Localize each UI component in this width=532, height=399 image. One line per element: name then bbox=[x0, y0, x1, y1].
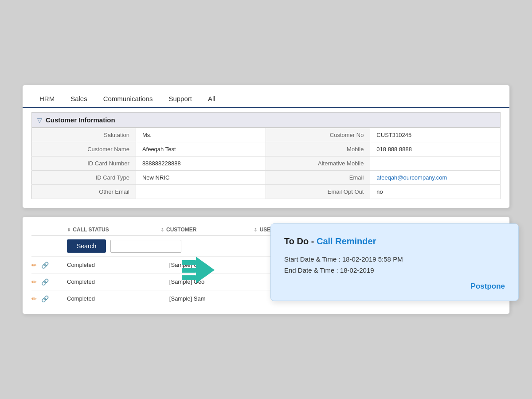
table-row: Customer Name Afeeqah Test Mobile 018 88… bbox=[32, 142, 501, 156]
arrow-line bbox=[182, 268, 196, 273]
bottom-section: ⇕ CALL STATUS ⇕ CUSTOMER ⇕ USER ⇕ START … bbox=[22, 216, 510, 314]
email-label: Email bbox=[266, 171, 370, 185]
search-button[interactable]: Search bbox=[67, 239, 106, 253]
section-title: Customer Information bbox=[46, 116, 115, 124]
arrow-line bbox=[182, 275, 196, 280]
popup-end-date: End Date & Time : 18-02-2019 bbox=[284, 266, 505, 274]
tab-sales[interactable]: Sales bbox=[63, 91, 95, 107]
popup-title-highlight: Call Reminder bbox=[317, 236, 376, 246]
id-card-number-value: 888888228888 bbox=[136, 156, 266, 171]
tab-support[interactable]: Support bbox=[160, 91, 200, 107]
call-status-value: Completed bbox=[67, 295, 169, 302]
email-opt-out-value: no bbox=[370, 185, 501, 199]
alt-mobile-label: Alternative Mobile bbox=[266, 156, 370, 171]
edit-icon[interactable]: ✏ bbox=[31, 262, 37, 269]
customer-info-panel: ▽ Customer Information Salutation Ms. Cu… bbox=[23, 108, 509, 208]
link-icon[interactable]: 🔗 bbox=[41, 262, 49, 269]
customer-header: ⇕ CUSTOMER bbox=[160, 227, 254, 233]
customer-name-label: Customer Name bbox=[32, 142, 136, 156]
popup-title: To Do - Call Reminder bbox=[284, 236, 505, 246]
section-header: ▽ Customer Information bbox=[31, 112, 501, 128]
postpone-button[interactable]: Postpone bbox=[471, 282, 505, 291]
alt-mobile-value bbox=[370, 156, 501, 171]
email-opt-out-label: Email Opt Out bbox=[266, 185, 370, 199]
id-card-type-value: New NRIC bbox=[136, 171, 266, 185]
table-row: ID Card Number 888888228888 Alternative … bbox=[32, 156, 501, 171]
salutation-value: Ms. bbox=[136, 128, 266, 142]
edit-icon[interactable]: ✏ bbox=[31, 278, 37, 286]
call-status-label: CALL STATUS bbox=[73, 227, 109, 233]
customer-no-value: CUST310245 bbox=[370, 128, 501, 142]
row-actions: ✏ 🔗 bbox=[31, 262, 67, 269]
email-value: afeeqah@ourcompany.com bbox=[370, 171, 501, 185]
top-panel: HRM Sales Communications Support All ▽ C… bbox=[22, 85, 510, 208]
table-row: ID Card Type New NRIC Email afeeqah@ourc… bbox=[32, 171, 501, 185]
id-card-number-label: ID Card Number bbox=[32, 156, 136, 171]
tab-hrm[interactable]: HRM bbox=[31, 91, 63, 107]
call-status-header: ⇕ CALL STATUS bbox=[67, 227, 160, 233]
arrow-triangle bbox=[196, 257, 215, 283]
popup-footer: Postpone bbox=[284, 282, 505, 291]
customer-info-table: Salutation Ms. Customer No CUST310245 Cu… bbox=[31, 128, 501, 199]
arrow-lines bbox=[182, 260, 196, 280]
customer-no-label: Customer No bbox=[266, 128, 370, 142]
customer-label: CUSTOMER bbox=[166, 227, 196, 233]
customer-name-value: Afeeqah Test bbox=[136, 142, 266, 156]
triangle-icon: ▽ bbox=[37, 117, 42, 124]
row-actions: ✏ 🔗 bbox=[31, 278, 67, 286]
row-actions: ✏ 🔗 bbox=[31, 295, 67, 302]
call-reminder-popup: To Do - Call Reminder Start Date & Time … bbox=[270, 223, 519, 301]
table-row: Other Email Email Opt Out no bbox=[32, 185, 501, 199]
search-input[interactable] bbox=[110, 240, 181, 253]
mobile-label: Mobile bbox=[266, 142, 370, 156]
link-icon[interactable]: 🔗 bbox=[41, 278, 49, 286]
tab-communications[interactable]: Communications bbox=[95, 91, 161, 107]
nav-tabs: HRM Sales Communications Support All bbox=[23, 85, 509, 108]
salutation-label: Salutation bbox=[32, 128, 136, 142]
sort-icon: ⇕ bbox=[254, 227, 257, 232]
mobile-value: 018 888 8888 bbox=[370, 142, 501, 156]
other-email-label: Other Email bbox=[32, 185, 136, 199]
popup-start-date: Start Date & Time : 18-02-2019 5:58 PM bbox=[284, 255, 505, 263]
call-status-value: Completed bbox=[67, 262, 169, 268]
link-icon[interactable]: 🔗 bbox=[41, 295, 49, 302]
call-status-value: Completed bbox=[67, 278, 169, 285]
popup-title-text: To Do - bbox=[284, 236, 317, 246]
other-email-value bbox=[136, 185, 266, 199]
customer-value: [Sample] Sam bbox=[169, 295, 231, 302]
edit-icon[interactable]: ✏ bbox=[31, 295, 37, 302]
sort-icon: ⇕ bbox=[67, 227, 70, 232]
arrow-indicator bbox=[182, 257, 215, 283]
tab-all[interactable]: All bbox=[200, 91, 223, 107]
sort-icon: ⇕ bbox=[160, 227, 164, 232]
arrow-line bbox=[182, 260, 196, 265]
id-card-type-label: ID Card Type bbox=[32, 171, 136, 185]
table-row: Salutation Ms. Customer No CUST310245 bbox=[32, 128, 501, 142]
